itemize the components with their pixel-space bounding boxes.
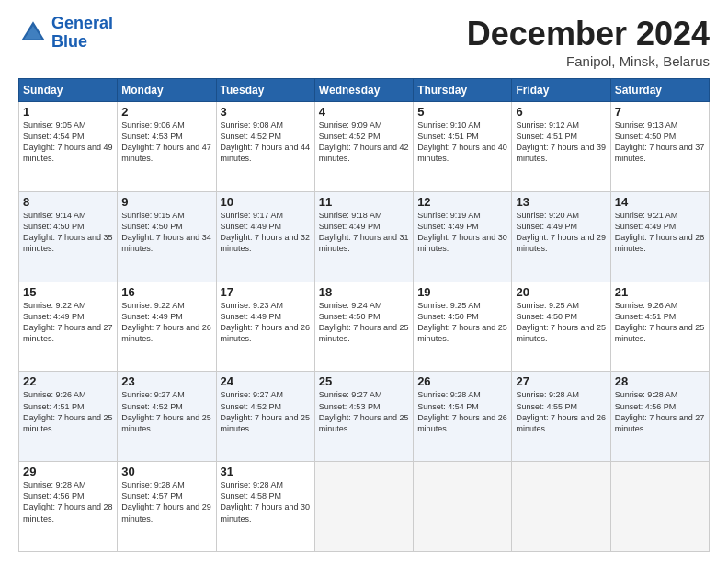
day-info: Sunrise: 9:28 AMSunset: 4:56 PMDaylight:…: [615, 389, 705, 434]
week-row-4: 22 Sunrise: 9:26 AMSunset: 4:51 PMDaylig…: [19, 372, 710, 462]
day-info: Sunrise: 9:18 AMSunset: 4:49 PMDaylight:…: [319, 210, 409, 255]
day-info: Sunrise: 9:22 AMSunset: 4:49 PMDaylight:…: [23, 300, 113, 345]
day-number: 4: [319, 105, 409, 119]
day-cell: 9 Sunrise: 9:15 AMSunset: 4:50 PMDayligh…: [118, 191, 216, 282]
day-number: 28: [615, 374, 705, 388]
logo-line1: General: [51, 14, 113, 32]
day-cell: 18 Sunrise: 9:24 AMSunset: 4:50 PMDaylig…: [314, 282, 413, 372]
logo: General Blue: [18, 15, 113, 52]
week-row-2: 8 Sunrise: 9:14 AMSunset: 4:50 PMDayligh…: [19, 191, 710, 282]
day-cell: 22 Sunrise: 9:26 AMSunset: 4:51 PMDaylig…: [19, 372, 118, 462]
day-info: Sunrise: 9:25 AMSunset: 4:50 PMDaylight:…: [516, 300, 606, 345]
day-cell: 3 Sunrise: 9:08 AMSunset: 4:52 PMDayligh…: [216, 102, 314, 192]
day-cell: 4 Sunrise: 9:09 AMSunset: 4:52 PMDayligh…: [314, 102, 413, 192]
weekday-sunday: Sunday: [19, 79, 118, 102]
day-cell: 24 Sunrise: 9:27 AMSunset: 4:52 PMDaylig…: [216, 372, 314, 462]
weekday-header-row: SundayMondayTuesdayWednesdayThursdayFrid…: [19, 79, 710, 102]
day-number: 9: [121, 195, 211, 209]
day-cell: 7 Sunrise: 9:13 AMSunset: 4:50 PMDayligh…: [610, 102, 709, 192]
day-number: 27: [516, 374, 606, 388]
day-info: Sunrise: 9:19 AMSunset: 4:49 PMDaylight:…: [417, 210, 507, 255]
day-info: Sunrise: 9:21 AMSunset: 4:49 PMDaylight:…: [615, 210, 705, 255]
day-number: 13: [516, 195, 606, 209]
day-cell: 6 Sunrise: 9:12 AMSunset: 4:51 PMDayligh…: [512, 102, 610, 192]
day-number: 21: [615, 285, 705, 299]
day-cell: 10 Sunrise: 9:17 AMSunset: 4:49 PMDaylig…: [216, 191, 314, 282]
day-number: 3: [221, 105, 311, 119]
logo-icon: [18, 18, 48, 48]
day-cell: 26 Sunrise: 9:28 AMSunset: 4:54 PMDaylig…: [414, 372, 512, 462]
day-info: Sunrise: 9:26 AMSunset: 4:51 PMDaylight:…: [23, 389, 113, 434]
day-number: 14: [615, 195, 705, 209]
day-cell: [610, 462, 709, 552]
calendar-table: SundayMondayTuesdayWednesdayThursdayFrid…: [18, 78, 710, 552]
page: General Blue December 2024 Fanipol, Mins…: [0, 0, 728, 563]
day-number: 25: [319, 374, 409, 388]
day-cell: 17 Sunrise: 9:23 AMSunset: 4:49 PMDaylig…: [216, 282, 314, 372]
day-cell: 15 Sunrise: 9:22 AMSunset: 4:49 PMDaylig…: [19, 282, 118, 372]
day-cell: 2 Sunrise: 9:06 AMSunset: 4:53 PMDayligh…: [118, 102, 216, 192]
weekday-monday: Monday: [118, 79, 216, 102]
location: Fanipol, Minsk, Belarus: [467, 53, 710, 69]
day-info: Sunrise: 9:25 AMSunset: 4:50 PMDaylight:…: [417, 300, 507, 345]
day-cell: 1 Sunrise: 9:05 AMSunset: 4:54 PMDayligh…: [19, 102, 118, 192]
day-info: Sunrise: 9:23 AMSunset: 4:49 PMDaylight:…: [221, 300, 311, 345]
day-number: 20: [516, 285, 606, 299]
week-row-5: 29 Sunrise: 9:28 AMSunset: 4:56 PMDaylig…: [19, 462, 710, 552]
day-info: Sunrise: 9:06 AMSunset: 4:53 PMDaylight:…: [121, 120, 211, 165]
day-cell: 14 Sunrise: 9:21 AMSunset: 4:49 PMDaylig…: [610, 191, 709, 282]
day-cell: [414, 462, 512, 552]
day-info: Sunrise: 9:08 AMSunset: 4:52 PMDaylight:…: [221, 120, 311, 165]
day-number: 11: [319, 195, 409, 209]
day-number: 31: [221, 465, 311, 478]
day-cell: 23 Sunrise: 9:27 AMSunset: 4:52 PMDaylig…: [118, 372, 216, 462]
day-cell: 21 Sunrise: 9:26 AMSunset: 4:51 PMDaylig…: [610, 282, 709, 372]
day-info: Sunrise: 9:20 AMSunset: 4:49 PMDaylight:…: [516, 210, 606, 255]
day-number: 16: [121, 285, 211, 299]
day-info: Sunrise: 9:27 AMSunset: 4:52 PMDaylight:…: [121, 389, 211, 434]
logo-text: General Blue: [51, 15, 113, 52]
day-info: Sunrise: 9:13 AMSunset: 4:50 PMDaylight:…: [615, 120, 705, 165]
logo-line2: Blue: [51, 32, 87, 51]
day-info: Sunrise: 9:14 AMSunset: 4:50 PMDaylight:…: [23, 210, 113, 255]
weekday-tuesday: Tuesday: [216, 79, 314, 102]
day-cell: 19 Sunrise: 9:25 AMSunset: 4:50 PMDaylig…: [414, 282, 512, 372]
day-cell: [512, 462, 610, 552]
weekday-wednesday: Wednesday: [314, 79, 413, 102]
day-number: 15: [23, 285, 113, 299]
day-info: Sunrise: 9:27 AMSunset: 4:53 PMDaylight:…: [319, 389, 409, 434]
week-row-1: 1 Sunrise: 9:05 AMSunset: 4:54 PMDayligh…: [19, 102, 710, 192]
day-info: Sunrise: 9:28 AMSunset: 4:54 PMDaylight:…: [417, 389, 507, 434]
day-number: 8: [23, 195, 113, 209]
calendar-body: 1 Sunrise: 9:05 AMSunset: 4:54 PMDayligh…: [19, 102, 710, 552]
day-info: Sunrise: 9:12 AMSunset: 4:51 PMDaylight:…: [516, 120, 606, 165]
day-cell: 31 Sunrise: 9:28 AMSunset: 4:58 PMDaylig…: [216, 462, 314, 552]
day-number: 23: [121, 374, 211, 388]
weekday-thursday: Thursday: [414, 79, 512, 102]
weekday-saturday: Saturday: [610, 79, 709, 102]
day-number: 7: [615, 105, 705, 119]
day-number: 12: [417, 195, 507, 209]
day-number: 2: [121, 105, 211, 119]
day-number: 26: [417, 374, 507, 388]
header: General Blue December 2024 Fanipol, Mins…: [18, 15, 710, 69]
day-number: 30: [121, 465, 211, 478]
day-cell: 20 Sunrise: 9:25 AMSunset: 4:50 PMDaylig…: [512, 282, 610, 372]
day-cell: 27 Sunrise: 9:28 AMSunset: 4:55 PMDaylig…: [512, 372, 610, 462]
day-cell: 13 Sunrise: 9:20 AMSunset: 4:49 PMDaylig…: [512, 191, 610, 282]
day-cell: 29 Sunrise: 9:28 AMSunset: 4:56 PMDaylig…: [19, 462, 118, 552]
day-number: 10: [221, 195, 311, 209]
day-info: Sunrise: 9:28 AMSunset: 4:58 PMDaylight:…: [221, 479, 311, 524]
day-info: Sunrise: 9:28 AMSunset: 4:57 PMDaylight:…: [121, 479, 211, 524]
day-number: 18: [319, 285, 409, 299]
day-number: 1: [23, 105, 113, 119]
day-info: Sunrise: 9:17 AMSunset: 4:49 PMDaylight:…: [221, 210, 311, 255]
day-cell: 11 Sunrise: 9:18 AMSunset: 4:49 PMDaylig…: [314, 191, 413, 282]
title-block: December 2024 Fanipol, Minsk, Belarus: [467, 15, 710, 69]
day-info: Sunrise: 9:27 AMSunset: 4:52 PMDaylight:…: [221, 389, 311, 434]
day-info: Sunrise: 9:28 AMSunset: 4:55 PMDaylight:…: [516, 389, 606, 434]
day-cell: 25 Sunrise: 9:27 AMSunset: 4:53 PMDaylig…: [314, 372, 413, 462]
day-cell: 16 Sunrise: 9:22 AMSunset: 4:49 PMDaylig…: [118, 282, 216, 372]
day-info: Sunrise: 9:28 AMSunset: 4:56 PMDaylight:…: [23, 479, 113, 524]
day-cell: 8 Sunrise: 9:14 AMSunset: 4:50 PMDayligh…: [19, 191, 118, 282]
